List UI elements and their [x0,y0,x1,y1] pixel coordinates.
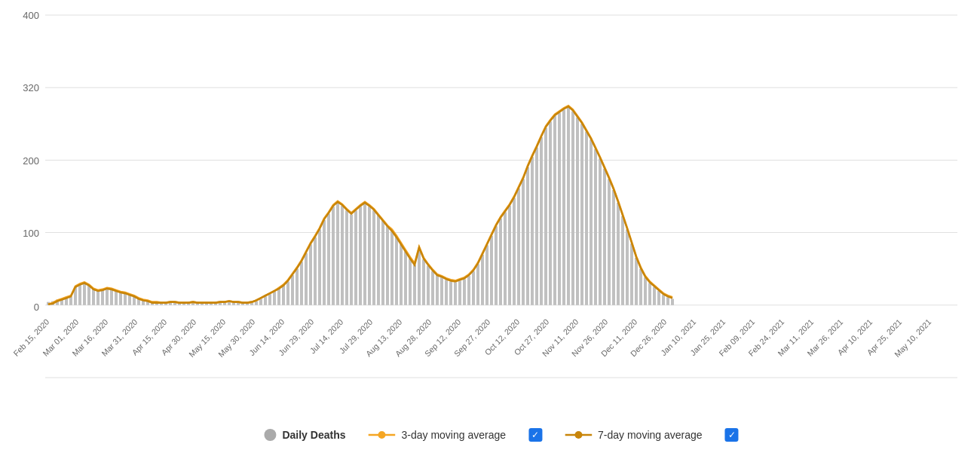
svg-rect-58 [259,298,262,305]
svg-rect-80 [359,207,362,305]
svg-rect-101 [454,282,457,305]
svg-rect-138 [621,216,624,305]
svg-rect-24 [106,289,109,305]
svg-rect-76 [341,206,344,305]
svg-rect-71 [318,229,321,305]
svg-rect-124 [558,113,561,305]
svg-rect-63 [282,286,285,305]
svg-rect-135 [608,179,611,305]
svg-rect-82 [368,207,371,305]
svg-rect-114 [513,198,516,305]
svg-rect-52 [232,303,235,305]
svg-text:200: 200 [23,155,39,166]
svg-point-184 [574,431,582,439]
svg-rect-40 [178,304,181,305]
svg-rect-133 [599,158,602,305]
svg-rect-107 [481,255,484,305]
legend-7day: 7-day moving average [565,429,703,441]
svg-rect-37 [164,304,167,305]
svg-rect-119 [535,148,538,305]
svg-text:0: 0 [34,301,39,313]
svg-text:400: 400 [23,10,39,21]
svg-rect-121 [544,128,547,305]
svg-rect-131 [590,139,593,305]
svg-rect-23 [101,290,104,305]
svg-rect-102 [458,280,461,305]
svg-rect-139 [626,229,629,305]
seven-day-checkbox[interactable]: ✓ [725,428,739,442]
svg-rect-18 [78,285,81,305]
svg-rect-20 [87,286,90,305]
chart-area: 400 320 200 100 0 [45,15,957,378]
svg-rect-85 [381,221,384,305]
svg-rect-116 [522,179,525,305]
svg-rect-149 [671,298,674,305]
svg-rect-21 [92,289,95,305]
svg-rect-122 [549,121,552,305]
svg-rect-117 [526,167,529,305]
svg-rect-67 [300,262,303,305]
three-day-checkbox[interactable]: ✓ [528,428,542,442]
svg-rect-108 [485,245,488,305]
svg-rect-70 [314,237,317,305]
svg-rect-36 [160,304,163,305]
three-day-label: 3-day moving average [401,429,506,441]
svg-rect-93 [418,249,421,305]
svg-rect-66 [296,269,299,305]
svg-text:320: 320 [23,82,39,93]
svg-rect-115 [517,188,520,305]
svg-rect-48 [214,304,217,305]
svg-rect-128 [576,118,579,305]
svg-point-182 [378,431,385,439]
svg-rect-134 [603,169,606,305]
svg-rect-19 [83,283,86,305]
svg-rect-110 [495,226,498,305]
seven-day-line-icon [565,429,592,441]
svg-rect-132 [594,149,597,305]
svg-rect-145 [653,287,656,305]
svg-rect-140 [630,243,633,305]
svg-rect-29 [128,295,131,305]
svg-rect-89 [400,244,403,305]
svg-rect-79 [354,210,357,305]
svg-rect-55 [246,304,249,305]
svg-rect-60 [268,294,271,305]
svg-rect-100 [449,281,452,305]
svg-rect-78 [350,215,353,305]
svg-rect-72 [323,220,326,305]
svg-rect-75 [336,203,339,305]
svg-rect-45 [201,304,204,305]
svg-rect-87 [390,231,394,305]
svg-rect-136 [612,190,615,305]
svg-rect-25 [110,289,113,305]
svg-rect-84 [377,216,380,305]
three-day-line-icon [368,429,395,441]
svg-rect-62 [277,289,280,305]
main-chart: 400 320 200 100 0 [45,15,957,378]
svg-rect-47 [210,304,213,305]
svg-rect-74 [332,207,335,305]
svg-rect-77 [345,210,348,305]
svg-rect-141 [635,258,638,305]
svg-rect-109 [490,236,493,305]
svg-rect-91 [409,259,412,305]
svg-rect-98 [440,277,443,305]
svg-rect-95 [427,266,430,305]
svg-rect-144 [648,283,651,305]
svg-rect-92 [413,265,416,305]
svg-rect-22 [96,291,100,305]
svg-rect-123 [553,116,556,305]
svg-rect-143 [644,277,647,305]
svg-rect-90 [404,252,407,305]
daily-deaths-label: Daily Deaths [282,429,345,441]
svg-rect-42 [187,304,190,305]
chart-container: 400 320 200 100 0 [0,0,980,453]
svg-rect-94 [422,259,425,305]
seven-day-label: 7-day moving average [598,429,703,441]
svg-rect-27 [119,292,122,305]
daily-deaths-icon [264,429,276,441]
svg-rect-83 [372,210,375,305]
svg-rect-125 [562,109,565,305]
svg-rect-105 [472,271,475,305]
svg-rect-50 [223,303,226,305]
